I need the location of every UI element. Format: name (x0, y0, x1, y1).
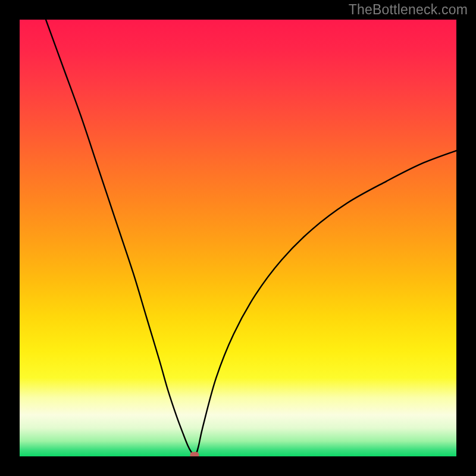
svg-rect-0 (20, 20, 456, 456)
watermark-text: TheBottleneck.com (349, 2, 468, 18)
plot-area (20, 20, 456, 456)
background-gradient (20, 20, 456, 456)
chart-frame: TheBottleneck.com (0, 0, 476, 476)
